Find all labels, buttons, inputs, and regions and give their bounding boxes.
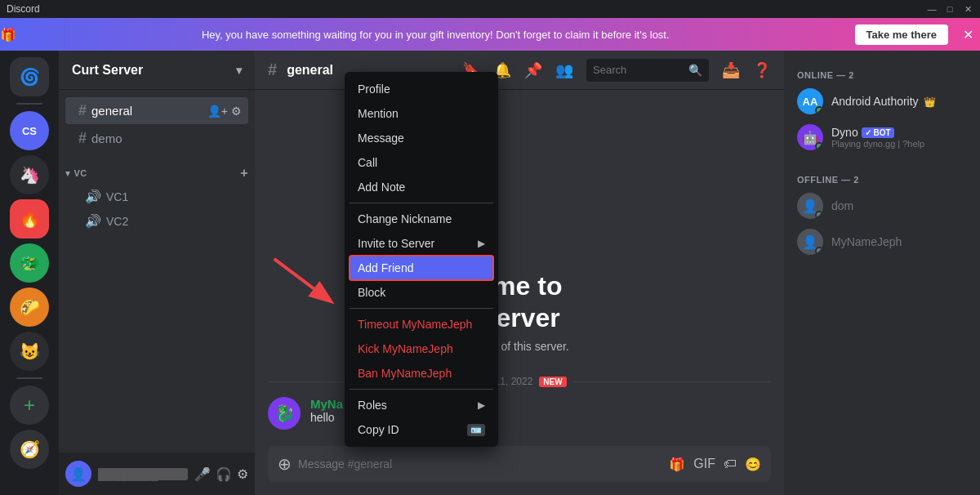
cm-separator-1 — [350, 203, 493, 203]
cm-copy-id-icon: 🪪 — [467, 424, 485, 436]
cm-change-nickname[interactable]: Change Nickname — [350, 207, 493, 231]
cm-add-note-label: Add Note — [358, 181, 405, 194]
cm-message-label: Message — [358, 132, 404, 145]
cm-roles[interactable]: Roles ▶ — [350, 393, 493, 417]
cm-copy-id-label: Copy ID — [358, 423, 399, 436]
cm-ban-label: Ban MyNameJeph — [358, 367, 452, 380]
cm-invite-arrow: ▶ — [478, 238, 485, 249]
cm-roles-arrow: ▶ — [478, 399, 485, 411]
cm-invite-label: Invite to Server — [358, 237, 434, 250]
cm-kick-label: Kick MyNameJeph — [358, 342, 453, 355]
cm-profile-label: Profile — [358, 82, 390, 96]
cm-separator-3 — [350, 389, 493, 390]
cm-call[interactable]: Call — [350, 150, 493, 175]
context-menu-overlay[interactable]: Profile Mention Message Call Add Note Ch… — [0, 0, 980, 495]
cm-timeout[interactable]: Timeout MyNameJeph — [350, 312, 493, 337]
cm-message[interactable]: Message — [350, 126, 493, 150]
cm-change-nickname-label: Change Nickname — [358, 212, 452, 225]
cm-block-label: Block — [358, 286, 385, 299]
cm-add-friend[interactable]: Add Friend — [350, 256, 493, 280]
cm-roles-label: Roles — [358, 399, 387, 412]
cm-ban[interactable]: Ban MyNameJeph — [350, 361, 493, 386]
cm-call-label: Call — [358, 156, 377, 169]
context-menu: Profile Mention Message Call Add Note Ch… — [345, 72, 498, 447]
cm-kick[interactable]: Kick MyNameJeph — [350, 337, 493, 361]
cm-add-note[interactable]: Add Note — [350, 175, 493, 199]
cm-profile[interactable]: Profile — [350, 77, 493, 101]
cm-block[interactable]: Block — [350, 280, 493, 305]
cm-mention[interactable]: Mention — [350, 101, 493, 126]
cm-separator-2 — [350, 308, 493, 309]
cm-mention-label: Mention — [358, 107, 399, 120]
cm-copy-id[interactable]: Copy ID 🪪 — [350, 417, 493, 442]
cm-timeout-label: Timeout MyNameJeph — [358, 318, 472, 331]
cm-add-friend-label: Add Friend — [358, 261, 413, 274]
cm-invite-to-server[interactable]: Invite to Server ▶ — [350, 231, 493, 256]
